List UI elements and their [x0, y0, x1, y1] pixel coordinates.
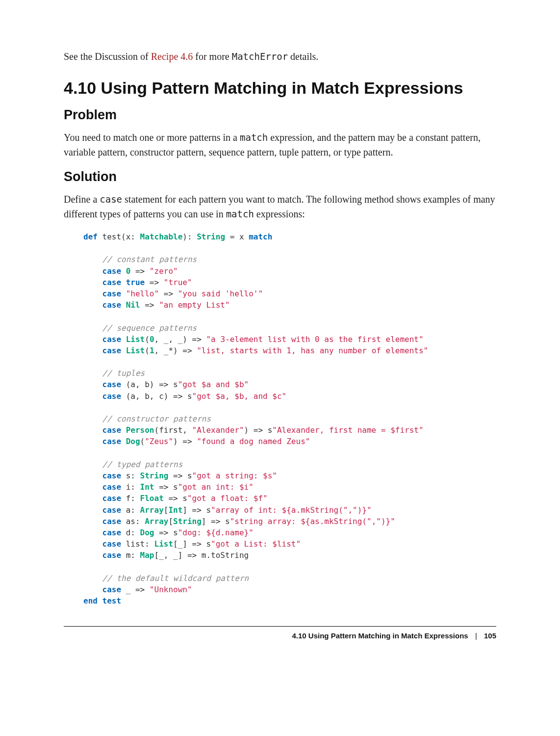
page-number: 105 [484, 631, 496, 640]
intro-code: MatchError [232, 51, 288, 62]
page-footer: 4.10 Using Pattern Matching in Match Exp… [64, 631, 496, 640]
intro-suffix: details. [288, 51, 318, 62]
section-title: 4.10 Using Pattern Matching in Match Exp… [64, 79, 496, 98]
intro-mid: for more [193, 51, 231, 62]
solution-text: Define a case statement for each pattern… [64, 192, 496, 221]
solution-heading: Solution [64, 169, 496, 184]
problem-heading: Problem [64, 107, 496, 123]
page: See the Discussion of Recipe 4.6 for mor… [0, 0, 560, 736]
footer-divider: 4.10 Using Pattern Matching in Match Exp… [64, 626, 496, 640]
code-block: def test(x: Matchable): String = x match… [83, 231, 496, 606]
footer-title: 4.10 Using Pattern Matching in Match Exp… [292, 631, 468, 640]
problem-text: You need to match one or more patterns i… [64, 130, 496, 159]
intro-paragraph: See the Discussion of Recipe 4.6 for mor… [64, 49, 496, 64]
intro-prefix: See the Discussion of [64, 51, 151, 62]
recipe-link[interactable]: Recipe 4.6 [151, 51, 193, 62]
footer-sep: | [475, 631, 477, 640]
